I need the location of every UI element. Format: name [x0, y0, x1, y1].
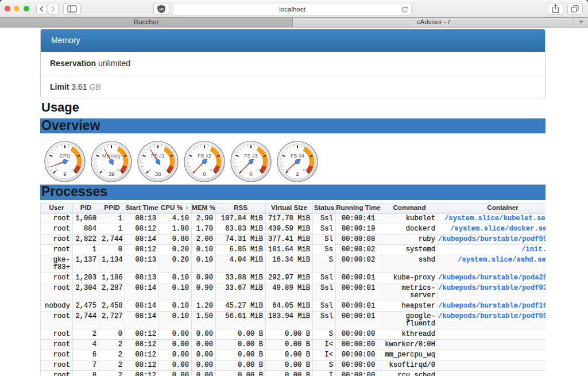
svg-text:0: 0 [289, 168, 291, 172]
svg-text:2: 2 [296, 171, 299, 177]
svg-text:100: 100 [116, 168, 121, 172]
svg-text:0: 0 [102, 168, 104, 172]
svg-text:38: 38 [154, 171, 161, 177]
svg-text:CPU: CPU [59, 153, 70, 159]
svg-text:9: 9 [63, 171, 66, 177]
svg-text:0: 0 [56, 168, 57, 172]
svg-text:100: 100 [256, 168, 261, 172]
svg-text:0: 0 [249, 171, 252, 177]
svg-text:39: 39 [108, 171, 114, 177]
svg-text:FS #4: FS #4 [291, 153, 304, 159]
svg-text:FS #3: FS #3 [244, 153, 258, 159]
svg-text:FS #2: FS #2 [198, 153, 211, 159]
svg-text:100: 100 [210, 168, 215, 172]
svg-text:100: 100 [69, 168, 75, 172]
svg-text:100: 100 [163, 168, 168, 172]
svg-text:uO: uO [159, 7, 164, 10]
svg-text:0: 0 [149, 168, 150, 172]
svg-text:Memory: Memory [102, 153, 121, 159]
svg-text:100: 100 [303, 168, 308, 172]
svg-text:0: 0 [203, 171, 206, 177]
